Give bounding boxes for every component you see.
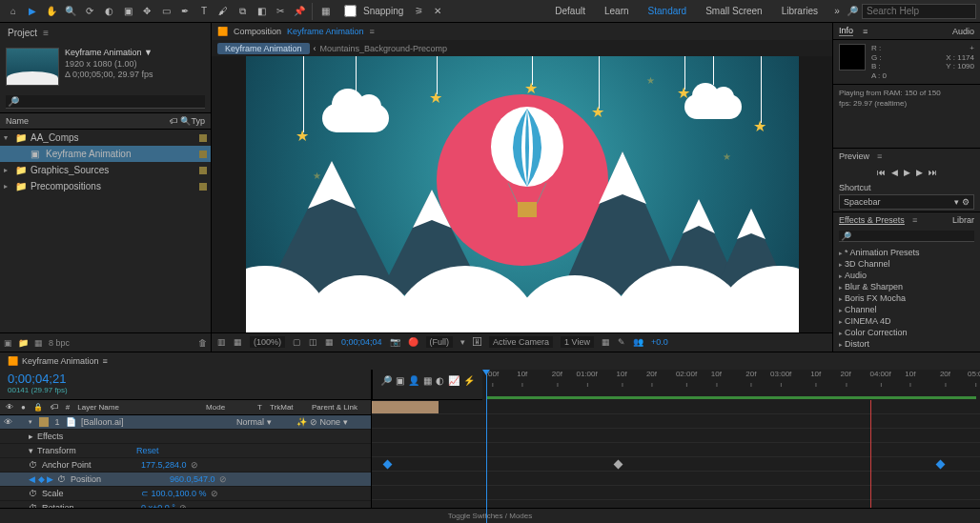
layer-name-col[interactable]: Layer Name xyxy=(75,403,200,412)
workspace-standard[interactable]: Standard xyxy=(639,6,697,16)
effects-search-input[interactable] xyxy=(839,231,974,242)
zoom-dropdown[interactable]: (100%) xyxy=(250,336,285,348)
preview-tab[interactable]: Preview xyxy=(839,151,869,161)
last-frame-icon[interactable]: ⏭ xyxy=(929,168,937,177)
prop-anchor[interactable]: ⏱Anchor Point177.5,284.0⊘ xyxy=(0,458,371,473)
transform-group[interactable]: ▾TransformReset xyxy=(0,444,371,458)
effect-category[interactable]: * Animation Presets xyxy=(833,247,980,258)
col-name[interactable]: Name xyxy=(6,116,170,126)
tree-row[interactable]: ▣Keyframe Animation xyxy=(0,146,211,162)
workspace-smallscreen[interactable]: Small Screen xyxy=(696,6,771,16)
tree-row[interactable]: ▸📁Graphics_Sources xyxy=(0,162,211,178)
label-icon[interactable]: 🏷 xyxy=(170,116,178,126)
align-icon[interactable]: ▦ xyxy=(316,2,335,21)
info-tab[interactable]: Info xyxy=(839,26,853,36)
trash-icon[interactable]: 🗑 xyxy=(198,338,207,348)
orbit-tool[interactable]: ⟳ xyxy=(80,2,99,21)
workspace-learn[interactable]: Learn xyxy=(595,6,639,16)
layer-row[interactable]: 👁 ▾1 📄[Balloon.ai] Normal ▾✨ ⊘ None ▾ xyxy=(0,415,371,430)
time-ruler[interactable]: :00f 10f 20f 01:00f 10f 20f 02:00f 10f 2… xyxy=(482,370,980,400)
keyframe[interactable] xyxy=(614,460,623,470)
graph-editor-icon[interactable]: 📈 xyxy=(448,375,459,386)
rotate-tool[interactable]: ◐ xyxy=(99,2,118,21)
clone-tool[interactable]: ⧉ xyxy=(233,2,252,21)
share-icon[interactable]: 👥 xyxy=(633,337,643,347)
current-timecode[interactable]: 0;00;04;21 xyxy=(8,372,66,386)
fast-preview-icon[interactable]: ▾ xyxy=(460,337,465,347)
hand-tool[interactable]: ✋ xyxy=(42,2,61,21)
workspace-more-icon[interactable]: » xyxy=(827,2,847,21)
type-tool[interactable]: T xyxy=(194,2,214,21)
snap-opt-icon[interactable]: ⚞ xyxy=(409,2,428,21)
stopwatch-icon[interactable]: ⏱ xyxy=(57,474,67,484)
panel-menu-icon[interactable]: ≡ xyxy=(370,27,375,36)
next-frame-icon[interactable]: ▶ xyxy=(916,168,923,177)
timeline-tab[interactable]: Keyframe Animation xyxy=(22,356,99,366)
search-help-input[interactable] xyxy=(862,4,976,19)
zoom-tool[interactable]: 🔍 xyxy=(61,2,80,21)
effect-category[interactable]: Boris FX Mocha xyxy=(833,292,980,304)
effect-category[interactable]: CINEMA 4D xyxy=(833,315,980,327)
tl-search-icon[interactable]: 🔎 xyxy=(380,375,392,386)
viewer-timecode[interactable]: 0;00;04;04 xyxy=(341,337,382,347)
project-tab[interactable]: Project xyxy=(8,28,37,38)
composition-tab[interactable]: Composition xyxy=(234,27,281,36)
prev-frame-icon[interactable]: ◀ xyxy=(891,168,898,177)
interpret-icon[interactable]: ▣ xyxy=(4,338,12,348)
tree-row[interactable]: ▸📁Precompositions xyxy=(0,178,211,194)
camera-dropdown[interactable]: Active Camera xyxy=(489,336,553,348)
brainstorm-icon[interactable]: ⚡ xyxy=(463,375,475,386)
effect-category[interactable]: 3D Channel xyxy=(833,258,980,270)
lock-col-icon[interactable]: 🔒 xyxy=(31,403,45,412)
solo-col-icon[interactable]: ● xyxy=(19,403,28,412)
shortcut-dropdown[interactable]: Spacebar▾ ⚙ xyxy=(839,194,974,210)
first-frame-icon[interactable]: ⏮ xyxy=(877,168,886,177)
project-search-input[interactable] xyxy=(6,95,205,109)
roi-icon[interactable]: ◫ xyxy=(309,337,317,347)
comp-title[interactable]: Keyframe Animation ▼ xyxy=(65,48,153,59)
bpc-toggle[interactable]: 8 bpc xyxy=(49,338,70,348)
search-col-icon[interactable]: 🔍 xyxy=(180,116,191,126)
home-icon[interactable]: ⌂ xyxy=(4,2,23,21)
eye-col-icon[interactable]: 👁 xyxy=(4,403,15,412)
puppet-tool[interactable]: 📌 xyxy=(290,2,309,21)
new-folder-icon[interactable]: 📁 xyxy=(18,338,29,348)
snap-opt2-icon[interactable]: ✕ xyxy=(428,2,447,21)
libraries-tab[interactable]: Librar xyxy=(952,215,974,225)
composition-viewer[interactable]: ★ ★ ★ ★ ★ ★ ★ ★ ★ xyxy=(212,56,832,332)
panel-menu-icon[interactable]: ≡ xyxy=(43,28,49,38)
timeline-tracks[interactable] xyxy=(372,400,980,508)
effect-category[interactable]: Distort xyxy=(833,338,980,350)
grid-icon[interactable]: ▦ xyxy=(234,337,242,347)
toggle-switches[interactable]: Toggle Switches / Modes xyxy=(448,512,533,520)
brush-tool[interactable]: 🖌 xyxy=(214,2,233,21)
prop-scale[interactable]: ⏱Scale⊂ 100.0,100.0 %⊘ xyxy=(0,487,371,501)
view-dropdown[interactable]: 1 View xyxy=(561,336,594,348)
eraser-tool[interactable]: ◧ xyxy=(252,2,271,21)
effect-category[interactable]: Audio xyxy=(833,270,980,281)
keyframe[interactable] xyxy=(382,460,392,470)
effects-group[interactable]: ▸Effects xyxy=(0,430,371,444)
tree-row[interactable]: ▾📁AA_Comps xyxy=(0,130,211,146)
view-opt-icon[interactable]: ▦ xyxy=(602,337,610,347)
play-icon[interactable]: ▶ xyxy=(904,168,910,177)
shy-icon[interactable]: 👤 xyxy=(408,375,419,386)
workspace-default[interactable]: Default xyxy=(545,6,595,16)
roto-tool[interactable]: ✂ xyxy=(271,2,290,21)
effect-category[interactable]: Channel xyxy=(833,304,980,315)
panel-menu-icon[interactable]: ≡ xyxy=(103,356,108,366)
frame-blend-icon[interactable]: ▦ xyxy=(423,375,432,386)
res-icon[interactable]: ▢ xyxy=(293,337,301,347)
selection-tool[interactable]: ▶ xyxy=(23,2,42,21)
workspace-libraries[interactable]: Libraries xyxy=(772,6,827,16)
col-type[interactable]: Typ xyxy=(191,116,205,126)
pixel-aspect-icon[interactable]: ✎ xyxy=(618,337,625,347)
motion-blur-icon[interactable]: ◐ xyxy=(436,375,444,386)
current-time-indicator[interactable] xyxy=(486,370,487,523)
resolution-dropdown[interactable]: (Full) xyxy=(426,336,454,348)
channel-icon[interactable]: 🔴 xyxy=(408,337,419,347)
3d-icon[interactable]: 🅆 xyxy=(473,337,481,347)
prop-position[interactable]: ◀ ◆ ▶⏱Position960.0,547.0⊘ xyxy=(0,473,371,487)
transparency-icon[interactable]: ▦ xyxy=(325,337,334,347)
exposure-value[interactable]: +0.0 xyxy=(651,337,668,347)
